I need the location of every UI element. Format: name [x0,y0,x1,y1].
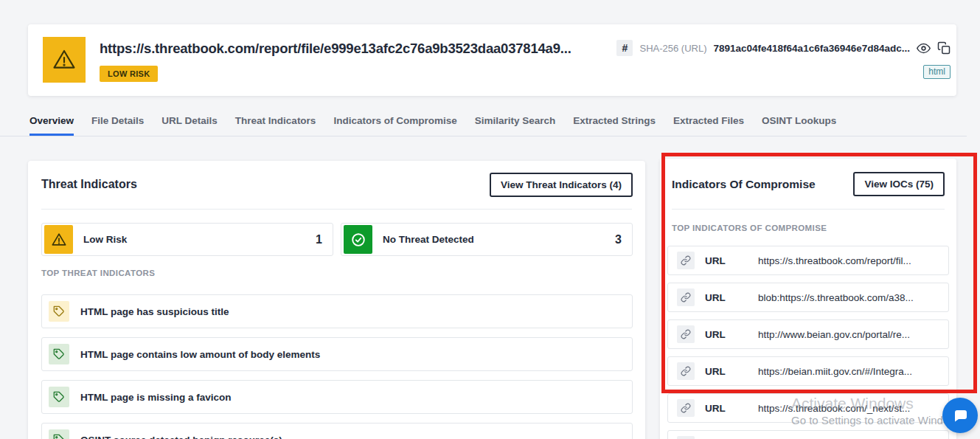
tab-extracted-strings[interactable]: Extracted Strings [573,115,656,136]
hash-icon: # [616,40,633,56]
chat-bubble-icon [951,407,969,424]
link-icon [677,325,695,343]
ioc-panel-title: Indicators Of Compromise [672,178,816,191]
threat-indicator-text: HTML page contains low amount of body el… [80,349,320,360]
threat-indicator-text: HTML page has suspicious title [80,306,229,317]
tag-indicator-icon [49,429,69,439]
warning-triangle-icon [44,225,73,254]
top-threat-indicators-label: TOP THREAT INDICATORS [41,269,155,277]
link-icon [677,436,695,439]
stat-card-low-risk: Low Risk 1 [41,223,333,256]
low-risk-warning-icon [43,37,86,83]
ioc-row[interactable]: URL https://beian.miit.gov.cn/#/Integra.… [667,356,949,386]
view-iocs-button[interactable]: View IOCs (75) [853,172,945,196]
ioc-type: URL [705,329,758,340]
threat-indicator-list: HTML page has suspicious title HTML page… [41,294,633,439]
stat-value: 1 [316,233,322,246]
link-icon [677,252,695,269]
tab-overview[interactable]: Overview [29,115,74,136]
copy-hash-icon[interactable] [937,41,951,55]
view-threat-indicators-button[interactable]: View Threat Indicators (4) [490,173,633,197]
hash-value: 7891ac04fe418f64a1c6fa36946e7d84adc... [714,43,910,54]
check-circle-icon [344,225,372,254]
tab-extracted-files[interactable]: Extracted Files [673,115,744,136]
stat-label: No Threat Detected [383,234,474,245]
file-type-badge: html [923,65,951,79]
stat-label: Low Risk [83,234,127,245]
ioc-row[interactable]: URL http://www.beian.gov.cn/portal/re... [667,319,949,349]
threat-indicator-row[interactable]: HTML page is missing a favicon [41,380,633,414]
divider [672,209,945,210]
threat-stats-row: Low Risk 1 No Threat Detected 3 [41,223,633,256]
tab-osint-lookups[interactable]: OSINT Lookups [762,115,836,136]
tab-url-details[interactable]: URL Details [161,115,218,136]
link-icon [677,399,695,417]
tab-threat-indicators[interactable]: Threat Indicators [235,115,316,136]
ioc-row[interactable]: URL https://s.threatbook.com/report/fil.… [667,246,949,275]
tag-indicator-icon [49,387,69,407]
ioc-row-partial[interactable] [667,430,949,439]
report-title: https://s.threatbook.com/report/file/e99… [100,41,571,57]
ioc-value: http://www.beian.gov.cn/portal/re... [758,329,948,340]
tab-file-details[interactable]: File Details [91,115,144,136]
risk-level-badge: LOW RISK [100,66,158,82]
tab-similarity-search[interactable]: Similarity Search [475,115,556,136]
threat-panel-title: Threat Indicators [41,178,137,191]
activate-windows-watermark: Activate Windows [791,395,914,412]
top-iocs-label: TOP INDICATORS OF COMPROMISE [672,224,827,232]
tab-indicators-of-compromise[interactable]: Indicators of Compromise [333,115,456,136]
tag-indicator-icon [49,301,69,322]
tag-indicator-icon [49,344,69,364]
hash-type-label: SHA-256 (URL) [639,43,706,54]
threat-indicator-row[interactable]: HTML page contains low amount of body el… [41,337,633,371]
threat-indicator-row[interactable]: HTML page has suspicious title [41,294,633,328]
report-tabbar: Overview File Details URL Details Threat… [0,115,967,136]
threat-indicators-panel: Threat Indicators View Threat Indicators… [28,161,645,439]
threat-indicator-row[interactable]: OSINT source detected benign resource(s) [41,423,633,439]
ioc-type: URL [705,255,758,266]
ioc-value: blob:https://s.threatbook.com/a38... [758,292,948,303]
stat-card-no-threat: No Threat Detected 3 [341,223,633,256]
threat-indicator-text: OSINT source detected benign resource(s) [80,435,282,439]
stat-value: 3 [615,233,622,246]
chat-bubble-button[interactable] [942,398,978,433]
hash-group: # SHA-256 (URL) 7891ac04fe418f64a1c6fa36… [616,40,951,56]
ioc-type: URL [705,292,758,303]
divider [41,209,632,210]
threat-indicator-text: HTML page is missing a favicon [80,392,232,403]
ioc-type: URL [705,366,758,377]
link-icon [677,362,695,380]
report-header-card: https://s.threatbook.com/report/file/e99… [28,24,956,96]
ioc-row[interactable]: URL blob:https://s.threatbook.com/a38... [667,283,949,312]
ioc-value: https://s.threatbook.com/report/fil... [758,255,948,266]
activate-windows-watermark-subtext: Go to Settings to activate Windows. [791,414,966,426]
reveal-hash-eye-icon[interactable] [917,41,931,55]
ioc-type: URL [705,403,758,414]
ioc-value: https://beian.miit.gov.cn/#/Integra... [758,366,948,377]
link-icon [677,288,695,306]
